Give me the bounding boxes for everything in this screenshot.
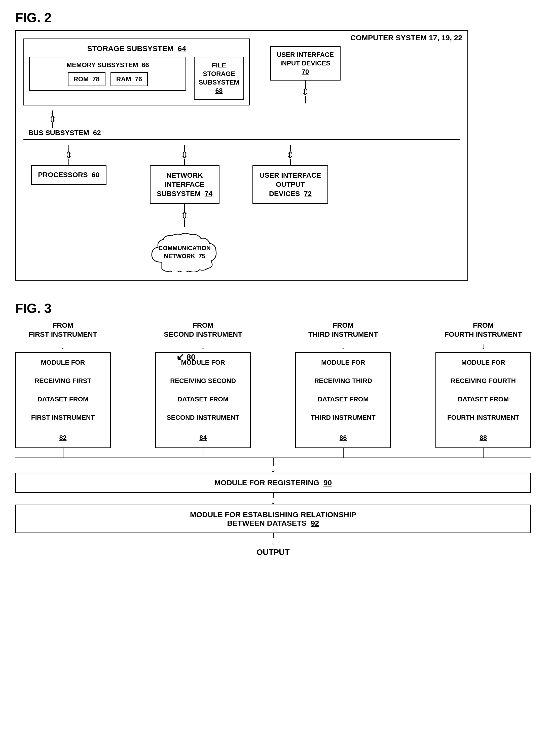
fig3-module2: MODULE FOR RECEIVING SECOND DATASET FROM… — [155, 352, 251, 448]
fig3-module4: MODULE FOR RECEIVING FOURTH DATASET FROM… — [435, 352, 531, 448]
memory-subsystem-box: MEMORY SUBSYSTEM 66 ROM 78 RAM 76 — [29, 57, 186, 91]
fig2-computer-system-box: COMPUTER SYSTEM 17, 19, 22 STORAGE SUBSY… — [15, 30, 468, 281]
fig3-from3: FROMTHIRD INSTRUMENT — [308, 321, 378, 339]
fig3-col1: FROMFIRST INSTRUMENT ↓ MODULE FOR RECEIV… — [15, 321, 111, 448]
rom-box: ROM 78 — [68, 72, 105, 86]
bus-label: BUS SUBSYSTEM 62 — [29, 129, 460, 137]
fig3-from2: FROMSECOND INSTRUMENT — [164, 321, 242, 339]
fig3-from1: FROMFIRST INSTRUMENT — [29, 321, 97, 339]
processors-box: PROCESSORS 60 — [31, 165, 106, 185]
bus-section: ⇕ BUS SUBSYSTEM 62 ⇕ — [23, 111, 460, 272]
fig3-registering-box: MODULE FOR REGISTERING 90 — [15, 473, 531, 493]
file-storage-box: FILE STORAGE SUBSYSTEM 68 — [194, 57, 244, 100]
fig3-ref-number: ↙ 80 — [176, 351, 195, 362]
memory-chips: ROM 78 RAM 76 — [34, 72, 182, 86]
storage-inner: MEMORY SUBSYSTEM 66 ROM 78 RAM 76 — [29, 57, 244, 100]
fig3-section: FIG. 3 ↙ 80 FROMFIRST INSTRUMENT ↓ MODUL… — [15, 301, 539, 557]
fig2-label: FIG. 2 — [15, 10, 539, 25]
ui-input-outer: USER INTERFACE INPUT DEVICES 70 ⇕ — [270, 46, 341, 104]
processors-col: ⇕ PROCESSORS 60 — [31, 145, 106, 185]
storage-subsystem-box: STORAGE SUBSYSTEM 64 MEMORY SUBSYSTEM 66… — [23, 39, 250, 106]
fig3-top-row: FROMFIRST INSTRUMENT ↓ MODULE FOR RECEIV… — [15, 321, 531, 448]
ram-box: RAM 76 — [110, 72, 148, 86]
network-col: ⇕ NETWORK INTERFACE SUBSYSTEM 74 ⇕ — [147, 145, 222, 272]
fig3-module3: MODULE FOR RECEIVING THIRD DATASET FROM … — [295, 352, 391, 448]
fig3-connectors — [15, 448, 531, 458]
communication-network: COMMUNICATION NETWORK 75 — [147, 232, 222, 272]
computer-system-label: COMPUTER SYSTEM 17, 19, 22 — [350, 34, 462, 42]
fig3-relationship-box: MODULE FOR ESTABLISHING RELATIONSHIP BET… — [15, 505, 531, 533]
ui-input-box: USER INTERFACE INPUT DEVICES 70 — [270, 46, 341, 80]
fig2-top-row: STORAGE SUBSYSTEM 64 MEMORY SUBSYSTEM 66… — [23, 39, 460, 108]
ui-output-box: USER INTERFACE OUTPUT DEVICES 72 — [253, 165, 328, 204]
fig3-col2: FROMSECOND INSTRUMENT ↓ MODULE FOR RECEI… — [155, 321, 251, 448]
fig3-output-label: OUTPUT — [257, 547, 290, 557]
fig3-module1: MODULE FOR RECEIVING FIRST DATASET FROM … — [15, 352, 111, 448]
fig3-wrapper: ↙ 80 FROMFIRST INSTRUMENT ↓ MODULE FOR R… — [15, 321, 531, 557]
bus-line — [23, 139, 460, 140]
ui-output-col: ⇕ USER INTERFACE OUTPUT DEVICES 72 — [253, 145, 328, 205]
bottom-devices-row: ⇕ PROCESSORS 60 ⇕ — [23, 145, 460, 272]
fig3-col3: FROMTHIRD INSTRUMENT ↓ MODULE FOR RECEIV… — [295, 321, 391, 448]
ui-input-arrow: ⇕ — [301, 80, 309, 103]
storage-subsystem-title: STORAGE SUBSYSTEM 64 — [29, 44, 244, 53]
network-interface-box: NETWORK INTERFACE SUBSYSTEM 74 — [150, 165, 219, 204]
fig2-section: FIG. 2 COMPUTER SYSTEM 17, 19, 22 STORAG… — [15, 10, 539, 281]
fig3-label: FIG. 3 — [15, 301, 539, 316]
fig3-from4: FROMFOURTH INSTRUMENT — [445, 321, 522, 339]
fig3-col4: FROMFOURTH INSTRUMENT ↓ MODULE FOR RECEI… — [435, 321, 531, 448]
memory-subsystem-title: MEMORY SUBSYSTEM 66 — [34, 61, 182, 69]
